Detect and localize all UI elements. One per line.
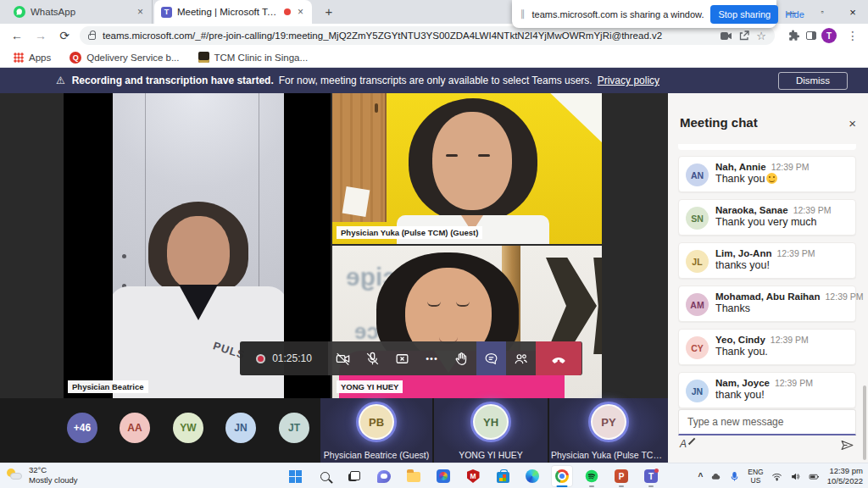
browser-menu-kebab-icon[interactable]: ⋮: [845, 28, 860, 43]
side-panel-icon[interactable]: [804, 28, 819, 43]
recording-banner: ⚠ Recording and transcription have start…: [0, 68, 868, 93]
person-face: [432, 112, 512, 210]
stop-sharing-button[interactable]: Stop sharing: [710, 5, 778, 24]
tray-chevron-icon[interactable]: ^: [698, 472, 703, 481]
raise-hand-button[interactable]: [447, 341, 476, 375]
windows-chat-icon[interactable]: [373, 465, 395, 487]
back-icon[interactable]: ←: [8, 27, 25, 44]
tab-title: WhatsApp: [31, 7, 131, 17]
address-bar[interactable]: teams.microsoft.com/_#/pre-join-calling/…: [80, 26, 775, 45]
weather-widget[interactable]: 32°C Mostly cloudy: [7, 465, 78, 485]
wifi-icon[interactable]: [771, 471, 782, 482]
more-options-button[interactable]: •••: [417, 341, 447, 375]
recording-dot-icon: [256, 354, 265, 363]
speaker-avatar: YH: [473, 404, 509, 440]
share-icon[interactable]: [739, 30, 749, 41]
mcafee-icon[interactable]: M: [462, 465, 484, 487]
chat-message: CY Yeo, Cindy12:39 PM Thank you.: [678, 329, 856, 365]
camera-access-icon[interactable]: [721, 31, 732, 41]
privacy-policy-link[interactable]: Privacy policy: [598, 75, 659, 86]
speaker-avatar: PB: [359, 404, 394, 440]
stop-share-button[interactable]: [387, 341, 417, 375]
clock-widget[interactable]: 12:39 pm 10/5/2022: [827, 466, 863, 487]
start-button[interactable]: [284, 465, 306, 487]
profile-avatar[interactable]: T: [821, 28, 837, 43]
chat-message: AN Nah, Annie12:39 PM Thank you: [678, 156, 856, 192]
close-chat-icon[interactable]: ×: [849, 116, 856, 130]
camera-off-button[interactable]: [328, 341, 358, 375]
recording-timer: 01:25:10: [240, 341, 328, 375]
onedrive-cloud-icon[interactable]: [710, 471, 721, 482]
chrome-icon-active[interactable]: [551, 465, 573, 487]
extensions-puzzle-icon[interactable]: [787, 28, 802, 43]
participant-name-label: YONG YI HUEY: [337, 380, 403, 393]
window-maximize-button[interactable]: ▫: [807, 0, 837, 24]
chat-message: AM Mohamad, Abu Raihan12:39 PM Thanks: [678, 286, 856, 322]
close-tab-icon[interactable]: ×: [296, 6, 305, 18]
new-tab-button[interactable]: +: [320, 3, 337, 20]
tcm-clinic-icon: [198, 52, 209, 63]
backdrop-logo: [546, 258, 597, 354]
person-face: [167, 216, 230, 291]
drag-grip-icon[interactable]: ∥: [520, 8, 526, 19]
chat-message-input[interactable]: Type a new message: [678, 409, 856, 435]
speaker-name: YONG YI HUEY: [436, 450, 546, 460]
participant-avatar[interactable]: JT: [279, 413, 309, 443]
sharing-notification-bar: ∥ teams.microsoft.com is sharing a windo…: [512, 0, 776, 28]
bookmark-star-icon[interactable]: ☆: [756, 30, 766, 42]
overflow-participants-badge[interactable]: +46: [67, 413, 97, 443]
chat-scrollbar[interactable]: [863, 385, 866, 460]
smiling-face-emoji: [766, 173, 777, 184]
weather-temp: 32°C: [29, 465, 47, 474]
bookmarks-bar: Apps Q Qdelivery Service b... TCM Clinic…: [0, 47, 868, 68]
reload-icon[interactable]: ⟳: [56, 27, 73, 44]
close-tab-icon[interactable]: ×: [136, 6, 145, 18]
tab-meeting-teams[interactable]: T Meeting | Microsoft Teams ×: [154, 0, 312, 24]
hide-sharing-link[interactable]: Hide: [785, 9, 804, 19]
hang-up-button[interactable]: [536, 341, 581, 375]
spotify-icon[interactable]: [581, 465, 603, 487]
teams-taskbar-icon[interactable]: T: [640, 465, 662, 487]
window-close-button[interactable]: ×: [837, 0, 868, 24]
language-indicator[interactable]: ENGUS: [748, 468, 763, 485]
bookmark-apps[interactable]: Apps: [14, 53, 51, 63]
file-explorer-icon[interactable]: [403, 465, 425, 487]
powerpoint-icon[interactable]: P: [610, 465, 632, 487]
apps-grid-icon: [14, 53, 24, 63]
participant-name-label: Physician Yuka (Pulse TCM) (Guest): [337, 226, 482, 239]
forward-icon[interactable]: →: [32, 27, 49, 44]
participant-avatar[interactable]: YW: [173, 413, 203, 443]
dismiss-button[interactable]: Dismiss: [778, 72, 848, 90]
mic-off-button[interactable]: [358, 341, 387, 375]
tab-whatsapp[interactable]: WhatsApp ×: [7, 0, 153, 24]
tray-time: 12:39 pm: [829, 466, 863, 475]
participants-strip: +46 AA YW JN JT PB Physician Beatrice (G…: [0, 398, 668, 463]
whatsapp-icon: [14, 6, 25, 18]
chat-button-active[interactable]: [476, 341, 506, 375]
meeting-stage: PULS Physician Beatrice Physician Yuka (…: [0, 93, 868, 463]
speaker-avatar: PY: [591, 404, 626, 440]
edge-icon[interactable]: [521, 465, 543, 487]
speaker-name: Physician Beatrice (Guest): [322, 450, 431, 460]
microsoft-store-icon[interactable]: [492, 465, 514, 487]
participant-avatar[interactable]: AA: [120, 413, 150, 443]
format-icon[interactable]: A: [680, 438, 687, 450]
volume-icon[interactable]: [790, 471, 801, 482]
speaker-tile-py[interactable]: PY Physician Yuka (Pulse TCM...: [549, 398, 668, 463]
bookmark-tcm-clinic[interactable]: TCM Clinic in Singa...: [198, 52, 309, 63]
participant-name-label: Physician Beatrice: [68, 380, 148, 393]
chat-message: JN Nam, Joyce12:39 PM thank you!: [678, 372, 856, 408]
photos-app-icon[interactable]: [432, 465, 454, 487]
participant-avatar[interactable]: JN: [225, 413, 256, 443]
send-message-icon[interactable]: [840, 438, 854, 456]
microphone-tray-icon[interactable]: [729, 471, 740, 482]
bookmark-qdelivery[interactable]: Q Qdelivery Service b...: [70, 52, 179, 64]
participants-button[interactable]: [506, 341, 536, 375]
chat-panel-title: Meeting chat: [680, 115, 758, 130]
banner-bold-text: Recording and transcription have started…: [72, 75, 274, 86]
speaker-tile-yh[interactable]: YH YONG YI HUEY: [434, 398, 548, 463]
task-view-icon[interactable]: [343, 465, 365, 487]
battery-icon[interactable]: [809, 471, 820, 482]
speaker-tile-pb[interactable]: PB Physician Beatrice (Guest): [320, 398, 432, 463]
search-icon[interactable]: [314, 465, 336, 487]
